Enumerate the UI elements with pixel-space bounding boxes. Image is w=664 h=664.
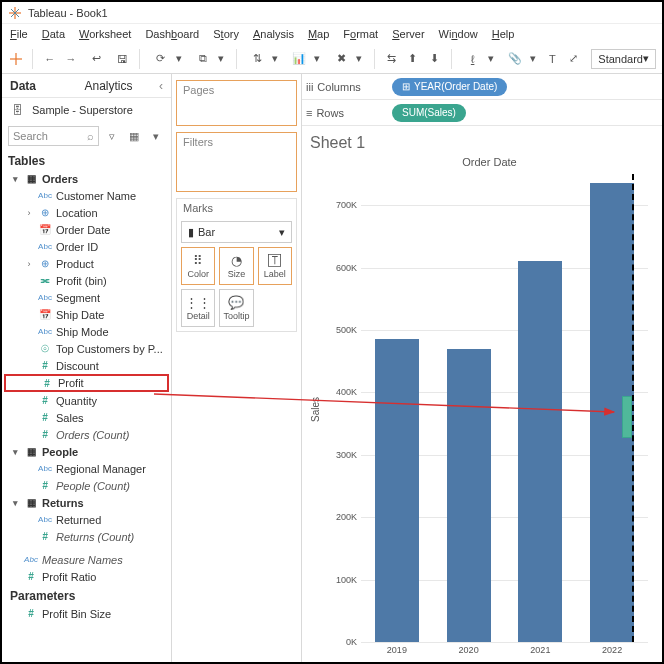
highlight-button[interactable]: ℓ	[461, 48, 485, 70]
menu-server[interactable]: Server	[392, 28, 424, 40]
sort-asc-button[interactable]: 📊	[287, 48, 311, 70]
menu-help[interactable]: Help	[492, 28, 515, 40]
sort-asc-dropdown[interactable]: ▾	[311, 48, 323, 70]
field-regional-manager[interactable]: AbcRegional Manager	[4, 460, 169, 477]
mark-size[interactable]: ◔Size	[219, 247, 253, 285]
swap-dropdown[interactable]: ▾	[269, 48, 281, 70]
table-header[interactable]: ▾▦Orders	[4, 170, 169, 187]
bar-2021[interactable]	[518, 261, 562, 642]
field-profit-ratio[interactable]: #Profit Ratio	[4, 568, 169, 585]
mark-type-select[interactable]: ▮Bar ▾	[181, 221, 292, 243]
marks-card: Marks ▮Bar ▾ ⠿Color◔Size🅃Label⋮⋮Detail💬T…	[176, 198, 297, 332]
new-worksheet-button[interactable]: ⧉	[191, 48, 215, 70]
y-tick: 100K	[336, 575, 357, 585]
field-returns-count-[interactable]: #Returns (Count)	[4, 528, 169, 545]
menu-analysis[interactable]: Analysis	[253, 28, 294, 40]
menu-file[interactable]: File	[10, 28, 28, 40]
fit-select[interactable]: Standard▾	[591, 49, 656, 69]
field-top-customers-by-p-[interactable]: ⦾Top Customers by P...	[4, 340, 169, 357]
fit-icon[interactable]: ⤢	[566, 48, 581, 70]
menu-window[interactable]: Window	[439, 28, 478, 40]
window-title: Tableau - Book1	[28, 7, 108, 19]
columns-shelf[interactable]: iiiColumns ⊞YEAR(Order Date)	[302, 74, 662, 100]
mark-detail[interactable]: ⋮⋮Detail	[181, 289, 215, 327]
menu-story[interactable]: Story	[213, 28, 239, 40]
table-header[interactable]: ▾▦Returns	[4, 494, 169, 511]
collapse-button[interactable]: ‹	[151, 74, 171, 97]
menu-worksheet[interactable]: Worksheet	[79, 28, 131, 40]
forward-button[interactable]: →	[63, 48, 78, 70]
menu-data[interactable]: Data	[42, 28, 65, 40]
field-tree: ▾▦OrdersAbcCustomer Name›⊕Location📅Order…	[2, 170, 171, 626]
undo-button[interactable]: ↩	[85, 48, 109, 70]
pin-button[interactable]: 📎	[503, 48, 527, 70]
field-people-count-[interactable]: #People (Count)	[4, 477, 169, 494]
label-icon: 🅃	[268, 254, 281, 267]
field-order-id[interactable]: AbcOrder ID	[4, 238, 169, 255]
rows-icon: ≡	[306, 107, 312, 119]
mark-color[interactable]: ⠿Color	[181, 247, 215, 285]
field-orders-count-[interactable]: #Orders (Count)	[4, 426, 169, 443]
field-order-date[interactable]: 📅Order Date	[4, 221, 169, 238]
field-customer-name[interactable]: AbcCustomer Name	[4, 187, 169, 204]
filter-icon[interactable]: ▿	[103, 127, 121, 145]
mark-tooltip[interactable]: 💬Tooltip	[219, 289, 253, 327]
field-segment[interactable]: AbcSegment	[4, 289, 169, 306]
filters-card[interactable]: Filters	[176, 132, 297, 192]
save-button[interactable]: 🖫	[115, 48, 130, 70]
columns-pill[interactable]: ⊞YEAR(Order Date)	[392, 78, 507, 96]
highlight-dropdown[interactable]: ▾	[485, 48, 497, 70]
new-datasource-button[interactable]: ⟳	[149, 48, 173, 70]
table-header[interactable]: ▾▦People	[4, 443, 169, 460]
field-discount[interactable]: #Discount	[4, 357, 169, 374]
bar-2020[interactable]	[447, 349, 491, 642]
menu-dashboard[interactable]: Dashboard	[145, 28, 199, 40]
shelves-col: Pages Filters Marks ▮Bar ▾ ⠿Color◔Size🅃L…	[172, 74, 302, 664]
field-ship-date[interactable]: 📅Ship Date	[4, 306, 169, 323]
tab-analytics[interactable]: Analytics	[77, 74, 152, 97]
menu-icon[interactable]: ▾	[147, 127, 165, 145]
param-profit-bin-size[interactable]: #Profit Bin Size	[4, 605, 169, 622]
swap-rc-button[interactable]: ⇆	[384, 48, 399, 70]
new-worksheet-dropdown[interactable]: ▾	[215, 48, 227, 70]
field-quantity[interactable]: #Quantity	[4, 392, 169, 409]
chart-title: Order Date	[323, 156, 656, 168]
logo-icon[interactable]	[8, 48, 23, 70]
datasource-row[interactable]: 🗄 Sample - Superstore	[2, 98, 171, 122]
tab-data[interactable]: Data	[2, 74, 77, 97]
pin-dropdown[interactable]: ▾	[527, 48, 539, 70]
field-measure-names[interactable]: AbcMeasure Names	[4, 551, 169, 568]
clear-button[interactable]: ✖	[329, 48, 353, 70]
field-ship-mode[interactable]: AbcShip Mode	[4, 323, 169, 340]
new-datasource-dropdown[interactable]: ▾	[173, 48, 185, 70]
back-button[interactable]: ←	[42, 48, 57, 70]
sort-asc-icon[interactable]: ⬆	[405, 48, 420, 70]
menu-map[interactable]: Map	[308, 28, 329, 40]
sort-desc-icon[interactable]: ⬇	[427, 48, 442, 70]
drop-indicator-pill	[622, 396, 632, 438]
field-profit[interactable]: #Profit	[4, 374, 169, 392]
sheet-title[interactable]: Sheet 1	[308, 132, 656, 156]
pages-card[interactable]: Pages	[176, 80, 297, 126]
toolbar: ← → ↩ 🖫 ⟳▾ ⧉▾ ⇅▾ 📊▾ ✖▾ ⇆ ⬆ ⬇ ℓ▾ 📎▾ T ⤢ S…	[2, 44, 662, 74]
rows-shelf[interactable]: ≡Rows SUM(Sales)	[302, 100, 662, 126]
search-input[interactable]: Search ⌕	[8, 126, 99, 146]
columns-icon: iii	[306, 81, 313, 93]
y-tick: 600K	[336, 263, 357, 273]
rows-pill[interactable]: SUM(Sales)	[392, 104, 466, 122]
text-button[interactable]: T	[545, 48, 560, 70]
menu-format[interactable]: Format	[343, 28, 378, 40]
y-tick: 200K	[336, 512, 357, 522]
y-axis-label: Sales	[308, 156, 323, 662]
field-product[interactable]: ›⊕Product	[4, 255, 169, 272]
mark-label[interactable]: 🅃Label	[258, 247, 292, 285]
swap-button[interactable]: ⇅	[245, 48, 269, 70]
field-location[interactable]: ›⊕Location	[4, 204, 169, 221]
tooltip-icon: 💬	[228, 296, 244, 309]
field-profit-bin-[interactable]: ⫘Profit (bin)	[4, 272, 169, 289]
field-returned[interactable]: AbcReturned	[4, 511, 169, 528]
bar-2019[interactable]	[375, 339, 419, 642]
view-icon[interactable]: ▦	[125, 127, 143, 145]
field-sales[interactable]: #Sales	[4, 409, 169, 426]
clear-dropdown[interactable]: ▾	[353, 48, 365, 70]
